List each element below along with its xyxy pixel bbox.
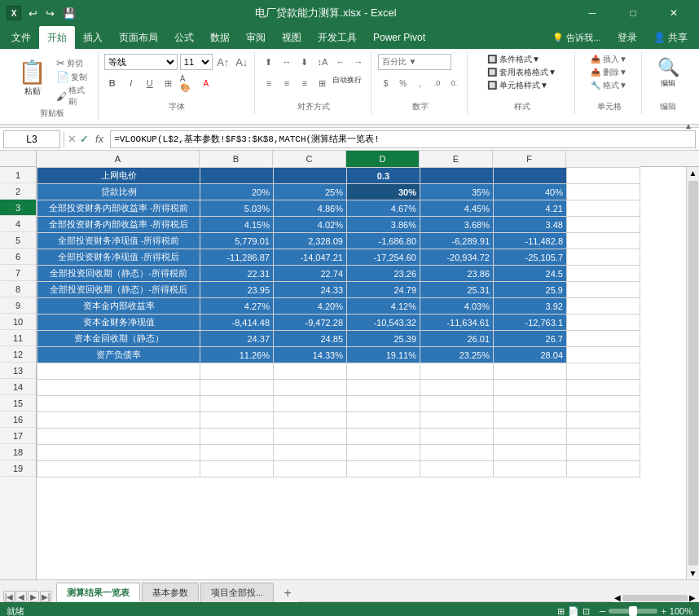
- sheet-tab-1[interactable]: 基本参数: [142, 583, 199, 602]
- menu-home[interactable]: 开始: [39, 26, 75, 49]
- comma-btn[interactable]: ,: [412, 75, 429, 91]
- sheet-tab-add-btn[interactable]: +: [279, 584, 297, 602]
- sheet-tab-2[interactable]: 项目全部投...: [200, 583, 274, 602]
- cell-r18-c6[interactable]: [494, 445, 567, 461]
- maximize-btn[interactable]: □: [614, 0, 652, 26]
- cell-r19-c2[interactable]: [200, 461, 274, 477]
- cell-r10-c6[interactable]: -12,763.1: [494, 315, 567, 331]
- col-header-e[interactable]: E: [420, 151, 493, 167]
- cell-r15-c4[interactable]: [347, 396, 420, 412]
- cell-r6-c7[interactable]: [567, 249, 640, 266]
- cell-r9-c1[interactable]: 资本金内部收益率: [37, 298, 200, 315]
- menu-share[interactable]: 👤 共享: [645, 26, 696, 49]
- editing-btn[interactable]: 🔍 编辑: [653, 54, 683, 92]
- wrap-text-btn[interactable]: 自动换行: [332, 75, 362, 91]
- cell-r2-c6[interactable]: 40%: [494, 184, 567, 200]
- cell-r3-c7[interactable]: [567, 200, 640, 217]
- cell-r1-c2[interactable]: [200, 168, 274, 184]
- delete-cells-btn[interactable]: 📤 删除▼: [591, 67, 627, 78]
- row-num-12[interactable]: 12: [0, 346, 36, 363]
- cell-r11-c7[interactable]: [567, 331, 640, 347]
- cell-r9-c2[interactable]: 4.27%: [200, 298, 274, 315]
- cell-r18-c5[interactable]: [420, 445, 494, 461]
- vertical-scrollbar[interactable]: ▲ ▼: [686, 167, 699, 579]
- font-name-select[interactable]: 等线: [104, 54, 178, 70]
- cell-r1-c6[interactable]: [494, 168, 567, 184]
- italic-button[interactable]: I: [123, 75, 139, 91]
- currency-btn[interactable]: $: [378, 75, 394, 91]
- cell-r3-c6[interactable]: 4.21: [494, 200, 567, 217]
- row-num-11[interactable]: 11: [0, 330, 36, 346]
- cell-r10-c7[interactable]: [567, 315, 640, 331]
- menu-review[interactable]: 审阅: [238, 26, 274, 49]
- cell-r5-c4[interactable]: -1,686.80: [347, 233, 420, 249]
- cell-r15-c7[interactable]: [567, 396, 640, 412]
- text-direction-btn[interactable]: ↕A: [314, 54, 331, 70]
- cell-r2-c2[interactable]: 20%: [200, 184, 274, 200]
- cell-r1-c7[interactable]: [567, 168, 640, 184]
- cell-r4-c2[interactable]: 4.15%: [200, 217, 274, 233]
- align-top-btn[interactable]: ⬆: [261, 54, 277, 70]
- cell-r18-c2[interactable]: [200, 445, 274, 461]
- menu-insert[interactable]: 插入: [75, 26, 111, 49]
- cell-r8-c3[interactable]: 24.33: [274, 282, 347, 298]
- cell-r13-c2[interactable]: [200, 363, 274, 380]
- save-btn[interactable]: 💾: [60, 7, 78, 20]
- col-header-d[interactable]: D: [346, 151, 420, 167]
- menu-file[interactable]: 文件: [3, 26, 39, 49]
- menu-powerpivot[interactable]: Power Pivot: [365, 26, 433, 49]
- cell-r4-c7[interactable]: [567, 217, 640, 233]
- cell-r13-c7[interactable]: [567, 363, 640, 380]
- hscroll-right-btn[interactable]: ▶: [689, 593, 696, 602]
- formula-input[interactable]: [110, 130, 696, 148]
- cell-r17-c4[interactable]: [347, 429, 420, 445]
- cell-r5-c6[interactable]: -11,482.8: [494, 233, 567, 249]
- cell-r8-c4[interactable]: 24.79: [347, 282, 420, 298]
- row-num-17[interactable]: 17: [0, 428, 36, 444]
- cell-r8-c1[interactable]: 全部投资回收期（静态）-所得税后: [37, 282, 200, 298]
- cell-r5-c2[interactable]: 5,779.01: [200, 233, 274, 249]
- bold-button[interactable]: B: [104, 75, 121, 91]
- tab-prev-btn[interactable]: ◀: [15, 591, 27, 602]
- cell-r18-c3[interactable]: [274, 445, 347, 461]
- cell-r12-c1[interactable]: 资产负债率: [37, 347, 200, 363]
- cell-r1-c3[interactable]: [274, 168, 347, 184]
- cell-r4-c3[interactable]: 4.02%: [274, 217, 347, 233]
- cell-r14-c3[interactable]: [274, 380, 347, 396]
- percent-btn[interactable]: %: [395, 75, 411, 91]
- indent-right-btn[interactable]: →: [350, 54, 367, 70]
- cell-r19-c5[interactable]: [420, 461, 494, 477]
- name-box[interactable]: [3, 130, 60, 148]
- cell-r7-c1[interactable]: 全部投资回收期（静态）-所得税前: [37, 266, 200, 282]
- cell-r16-c7[interactable]: [567, 412, 640, 429]
- cell-r11-c3[interactable]: 24.85: [274, 331, 347, 347]
- cell-r15-c1[interactable]: [37, 396, 200, 412]
- cell-r8-c7[interactable]: [567, 282, 640, 298]
- indent-left-btn[interactable]: ←: [332, 54, 349, 70]
- cell-r9-c7[interactable]: [567, 298, 640, 315]
- cell-r9-c4[interactable]: 4.12%: [347, 298, 420, 315]
- menu-help[interactable]: 💡 告诉我...: [544, 26, 609, 49]
- cell-r11-c4[interactable]: 25.39: [347, 331, 420, 347]
- align-bottom-btn[interactable]: ⬇: [297, 54, 313, 70]
- font-size-select[interactable]: 11: [180, 54, 213, 70]
- menu-developer[interactable]: 开发工具: [310, 26, 365, 49]
- row-num-14[interactable]: 14: [0, 379, 36, 395]
- cell-r6-c1[interactable]: 全部投资财务净现值 -所得税后: [37, 249, 200, 266]
- menu-login[interactable]: 登录: [609, 26, 645, 49]
- ribbon-collapse-btn[interactable]: ▲: [684, 121, 692, 130]
- cell-r5-c7[interactable]: [567, 233, 640, 249]
- cell-r13-c5[interactable]: [420, 363, 494, 380]
- cell-r14-c1[interactable]: [37, 380, 200, 396]
- cell-r3-c1[interactable]: 全部投资财务内部收益率 -所得税前: [37, 200, 200, 217]
- cell-r11-c5[interactable]: 26.01: [420, 331, 494, 347]
- row-num-7[interactable]: 7: [0, 265, 36, 281]
- menu-data[interactable]: 数据: [202, 26, 238, 49]
- cell-r14-c5[interactable]: [420, 380, 494, 396]
- cell-r19-c3[interactable]: [274, 461, 347, 477]
- cell-r17-c1[interactable]: [37, 429, 200, 445]
- row-num-9[interactable]: 9: [0, 297, 36, 314]
- align-middle-btn[interactable]: ↔: [279, 54, 295, 70]
- cell-r19-c4[interactable]: [347, 461, 420, 477]
- font-grow-btn[interactable]: A↑: [215, 54, 231, 70]
